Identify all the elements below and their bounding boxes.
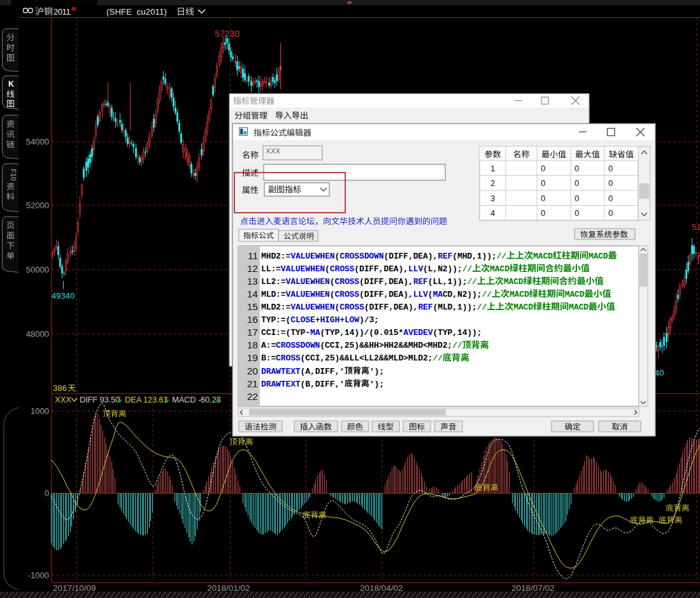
svg-text:51: 51 — [692, 222, 700, 232]
svg-text:0: 0 — [575, 164, 579, 173]
svg-text:11: 11 — [248, 250, 258, 261]
svg-text:MACD: MACD — [513, 303, 533, 312]
svg-text:VALUEWHEN: VALUEWHEN — [281, 264, 325, 274]
svg-text:DIFF 93.50: DIFF 93.50 — [80, 395, 120, 404]
svg-text:2018/07/02: 2018/07/02 — [511, 583, 555, 593]
svg-text:XXX: XXX — [55, 395, 71, 404]
svg-text://: // — [433, 353, 443, 363]
svg-text:3: 3 — [490, 194, 495, 203]
svg-text:TYP:=(: TYP:=( — [261, 315, 290, 325]
svg-text:MACD: MACD — [569, 303, 589, 312]
svg-text:40: 40 — [655, 368, 664, 378]
svg-text:(DIFF,DEA),: (DIFF,DEA), — [384, 252, 438, 261]
svg-text:F10: F10 — [10, 169, 17, 181]
svg-text:VALUEWHEN: VALUEWHEN — [286, 290, 330, 299]
svg-text:(: ( — [335, 252, 340, 261]
svg-text:18: 18 — [247, 339, 258, 350]
svg-text:(CCI,25)&&HH>HH2&&MHD<MHD2;: (CCI,25)&&HH>HH2&&MHD<MHD2; — [320, 341, 452, 350]
svg-text:LL2:=: LL2:= — [261, 277, 286, 287]
svg-text:(: ( — [335, 303, 340, 312]
svg-text:15: 15 — [247, 301, 258, 312]
svg-text:CROSSDOWN: CROSSDOWN — [276, 341, 320, 350]
svg-text:(B,DIFF,': (B,DIFF,' — [301, 380, 345, 389]
svg-text:2017/10/09: 2017/10/09 — [53, 583, 96, 593]
svg-text:REF: REF — [413, 277, 428, 287]
svg-text:MACD -60.23: MACD -60.23 — [172, 395, 221, 404]
svg-text:CROSS: CROSS — [335, 277, 360, 287]
svg-text:22: 22 — [247, 391, 258, 402]
svg-text:(DIFF,DEA),: (DIFF,DEA), — [359, 277, 413, 287]
svg-text:REF: REF — [418, 303, 432, 312]
svg-text:CROSS: CROSS — [276, 353, 301, 363]
svg-text:2018/04/02: 2018/04/02 — [360, 583, 403, 593]
svg-text:0: 0 — [608, 178, 613, 188]
svg-text:(TYP,14));: (TYP,14)); — [433, 328, 482, 338]
svg-text:B:=: B:= — [261, 353, 276, 363]
svg-text:50000: 50000 — [26, 265, 49, 274]
svg-text:0: 0 — [608, 208, 613, 218]
svg-text:)/3;: )/3; — [359, 315, 379, 325]
svg-text:0: 0 — [608, 164, 613, 173]
svg-text:(TYP,14))/(0.015*: (TYP,14))/(0.015* — [320, 328, 403, 338]
svg-text:MA: MA — [310, 328, 320, 338]
svg-text:(: ( — [330, 277, 335, 287]
svg-text:CD,N2));: CD,N2)); — [443, 290, 482, 299]
svg-text:LL:=: LL:= — [261, 264, 281, 274]
svg-text:MLD:=: MLD:= — [261, 290, 286, 299]
svg-text://: // — [467, 277, 477, 287]
svg-text:(: ( — [330, 290, 335, 299]
svg-text:0: 0 — [541, 178, 545, 188]
svg-text:CLOSE: CLOSE — [290, 315, 315, 325]
svg-text:49340: 49340 — [52, 291, 75, 301]
svg-text:2: 2 — [490, 178, 495, 188]
svg-text:LLV: LLV — [408, 264, 423, 274]
svg-text:MACD: MACD — [565, 290, 585, 299]
svg-text:54000: 54000 — [26, 137, 49, 146]
svg-text:19: 19 — [247, 352, 258, 363]
svg-text:CROSS: CROSS — [335, 290, 360, 299]
svg-text:0: 0 — [575, 194, 579, 203]
svg-text:1000: 1000 — [31, 406, 49, 416]
svg-text:(A,DIFF,': (A,DIFF,' — [301, 367, 345, 376]
svg-text:CROSS: CROSS — [330, 264, 355, 274]
svg-text://: // — [452, 341, 462, 350]
svg-text:0: 0 — [575, 208, 579, 218]
svg-text:0: 0 — [541, 208, 545, 218]
svg-text://: // — [462, 264, 473, 274]
svg-text:LOW: LOW — [345, 315, 359, 325]
svg-text:4: 4 — [490, 208, 495, 218]
svg-text:XXX: XXX — [266, 147, 280, 155]
svg-text:MACD: MACD — [533, 252, 553, 261]
svg-text:DRAWTEXT: DRAWTEXT — [261, 380, 301, 389]
svg-text://: // — [477, 303, 487, 312]
svg-text:MACD: MACD — [510, 290, 529, 299]
svg-text:VALUEWHEN: VALUEWHEN — [290, 252, 334, 261]
svg-text:HIGH: HIGH — [320, 315, 339, 325]
svg-text:2018/01/02: 2018/01/02 — [207, 583, 250, 593]
svg-text:(MLD,1));: (MLD,1)); — [433, 303, 477, 312]
svg-text:0: 0 — [608, 194, 613, 203]
svg-text:0: 0 — [45, 488, 49, 498]
svg-text:(DIFF,DEA),: (DIFF,DEA), — [359, 290, 413, 299]
svg-text:(LL,1));: (LL,1)); — [428, 277, 468, 287]
svg-text:DEA 123.61: DEA 123.61 — [125, 395, 168, 404]
svg-text:');: '); — [369, 380, 384, 389]
svg-text:52000: 52000 — [26, 201, 49, 210]
svg-text:57230: 57230 — [215, 29, 239, 39]
svg-text:MLD2:=: MLD2:= — [261, 303, 290, 312]
svg-text:CROSSDOWN: CROSSDOWN — [339, 252, 383, 261]
svg-text:MHD2:=: MHD2:= — [261, 252, 290, 261]
svg-text:M: M — [71, 6, 76, 12]
svg-text:A:=: A:= — [261, 341, 276, 350]
svg-text:2011: 2011 — [54, 7, 70, 17]
svg-text:-1000: -1000 — [28, 571, 49, 580]
svg-text:');: '); — [369, 367, 384, 376]
svg-text:K: K — [8, 80, 14, 89]
svg-text:(DIFF,DEA),: (DIFF,DEA), — [364, 303, 418, 312]
svg-text:14: 14 — [247, 288, 259, 299]
svg-text:CCI:=(TYP-: CCI:=(TYP- — [261, 328, 310, 338]
svg-text:(L,N2));: (L,N2)); — [423, 264, 462, 274]
svg-text:MA: MA — [433, 290, 443, 299]
svg-text:(MHD,1));: (MHD,1)); — [452, 252, 496, 261]
svg-text:DRAWTEXT: DRAWTEXT — [261, 367, 301, 376]
